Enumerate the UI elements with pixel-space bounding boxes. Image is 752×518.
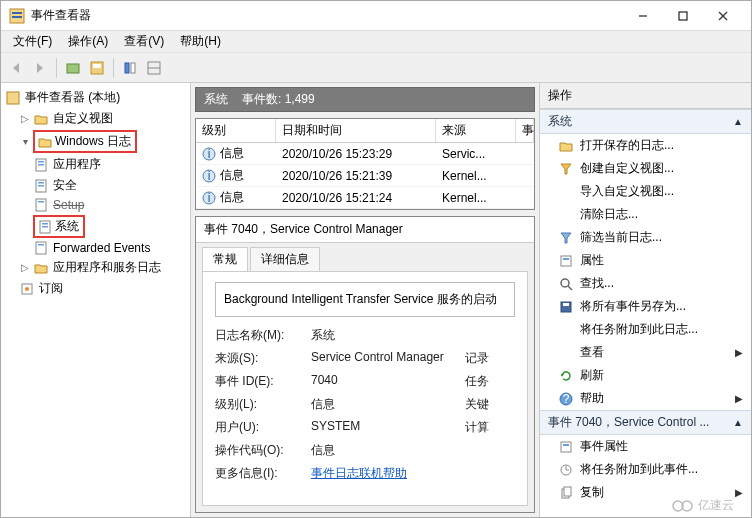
svg-rect-16 bbox=[7, 92, 19, 104]
svg-rect-41 bbox=[563, 258, 569, 260]
col-eventid[interactable]: 事 bbox=[516, 119, 534, 142]
copy-icon bbox=[558, 485, 574, 501]
menu-bar: 文件(F) 操作(A) 查看(V) 帮助(H) bbox=[1, 31, 751, 53]
svg-marker-7 bbox=[13, 63, 19, 73]
collapse-icon[interactable]: ▾ bbox=[19, 136, 31, 148]
log-icon bbox=[33, 157, 49, 173]
svg-rect-50 bbox=[563, 444, 569, 446]
toolbar-icon[interactable] bbox=[86, 57, 108, 79]
filter-icon bbox=[558, 230, 574, 246]
level-label: 级别(L): bbox=[215, 396, 305, 413]
action-open-saved-log[interactable]: 打开保存的日志... bbox=[540, 134, 751, 157]
events-grid[interactable]: 级别 日期和时间 来源 事 i信息 2020/10/26 15:23:29 Se… bbox=[195, 118, 535, 210]
save-icon bbox=[558, 299, 574, 315]
actions-panel: 操作 系统 ▲ 打开保存的日志... 创建自定义视图... 导入自定义视图...… bbox=[539, 83, 751, 517]
tree-app-service-logs[interactable]: ▷ 应用程序和服务日志 bbox=[17, 257, 188, 278]
svg-point-42 bbox=[561, 279, 569, 287]
action-save-all-events[interactable]: 将所有事件另存为... bbox=[540, 295, 751, 318]
tree-setup-log[interactable]: Setup bbox=[31, 196, 188, 214]
event-message: Background Intelligent Transfer Service … bbox=[215, 282, 515, 317]
col-level[interactable]: 级别 bbox=[196, 119, 276, 142]
svg-rect-22 bbox=[38, 185, 44, 187]
svg-rect-45 bbox=[563, 303, 569, 306]
action-import-custom-view[interactable]: 导入自定义视图... bbox=[540, 180, 751, 203]
svg-text:i: i bbox=[208, 169, 211, 183]
svg-rect-2 bbox=[12, 16, 22, 18]
separator bbox=[113, 58, 114, 78]
svg-point-31 bbox=[25, 287, 29, 291]
moreinfo-label: 更多信息(I): bbox=[215, 465, 305, 482]
online-help-link[interactable]: 事件日志联机帮助 bbox=[311, 466, 407, 480]
col-source[interactable]: 来源 bbox=[436, 119, 516, 142]
expand-icon[interactable]: ▷ bbox=[19, 113, 31, 125]
tree-subscriptions[interactable]: 订阅 bbox=[17, 278, 188, 299]
tree-root-label: 事件查看器 (本地) bbox=[23, 88, 122, 107]
menu-file[interactable]: 文件(F) bbox=[5, 31, 60, 52]
detail-title: 事件 7040，Service Control Manager bbox=[196, 217, 534, 243]
grid-header[interactable]: 级别 日期和时间 来源 事 bbox=[196, 119, 534, 143]
tree-app-log[interactable]: 应用程序 bbox=[31, 154, 188, 175]
search-icon bbox=[558, 276, 574, 292]
expand-icon[interactable]: ▷ bbox=[19, 262, 31, 274]
action-attach-task-log[interactable]: 将任务附加到此日志... bbox=[540, 318, 751, 341]
maximize-button[interactable] bbox=[663, 2, 703, 30]
tree-custom-views[interactable]: ▷ 自定义视图 bbox=[17, 108, 188, 129]
tab-general[interactable]: 常规 bbox=[202, 247, 248, 271]
action-view[interactable]: 查看▶ bbox=[540, 341, 751, 364]
log-icon bbox=[33, 240, 49, 256]
menu-help[interactable]: 帮助(H) bbox=[172, 31, 229, 52]
close-button[interactable] bbox=[703, 2, 743, 30]
tree-forwarded-log[interactable]: Forwarded Events bbox=[31, 239, 188, 257]
window-title: 事件查看器 bbox=[31, 7, 623, 24]
action-create-custom-view[interactable]: 创建自定义视图... bbox=[540, 157, 751, 180]
action-attach-task-event[interactable]: 将任务附加到此事件... bbox=[540, 458, 751, 481]
actions-section-system[interactable]: 系统 ▲ bbox=[540, 109, 751, 134]
svg-text:i: i bbox=[208, 147, 211, 161]
svg-rect-40 bbox=[561, 256, 571, 266]
tree-windows-logs[interactable]: ▾ Windows 日志 bbox=[17, 129, 188, 154]
action-properties[interactable]: 属性 bbox=[540, 249, 751, 272]
action-find[interactable]: 查找... bbox=[540, 272, 751, 295]
tab-details[interactable]: 详细信息 bbox=[250, 247, 320, 271]
action-copy[interactable]: 复制▶ bbox=[540, 481, 751, 504]
menu-action[interactable]: 操作(A) bbox=[60, 31, 116, 52]
events-panel-header: 系统 事件数: 1,499 bbox=[195, 87, 535, 112]
grid-row[interactable]: i信息 2020/10/26 15:21:24 Kernel... bbox=[196, 187, 534, 209]
svg-marker-39 bbox=[561, 233, 571, 243]
info-icon: i bbox=[202, 191, 216, 205]
toolbar-icon[interactable] bbox=[143, 57, 165, 79]
opcode-value: 信息 bbox=[311, 442, 459, 459]
action-event-properties[interactable]: 事件属性 bbox=[540, 435, 751, 458]
menu-view[interactable]: 查看(V) bbox=[116, 31, 172, 52]
tree-root[interactable]: 事件查看器 (本地) bbox=[3, 87, 188, 108]
svg-rect-9 bbox=[67, 64, 79, 73]
toolbar-icon[interactable] bbox=[119, 57, 141, 79]
action-help[interactable]: ?帮助▶ bbox=[540, 387, 751, 410]
main-area: 事件查看器 (本地) ▷ 自定义视图 ▾ bbox=[1, 83, 751, 517]
folder-icon bbox=[33, 260, 49, 276]
action-clear-log[interactable]: 清除日志... bbox=[540, 203, 751, 226]
svg-text:?: ? bbox=[563, 392, 570, 406]
filter-icon bbox=[558, 161, 574, 177]
grid-row[interactable]: i信息 2020/10/26 15:21:39 Kernel... bbox=[196, 165, 534, 187]
action-refresh[interactable]: 刷新 bbox=[540, 364, 751, 387]
level-value: 信息 bbox=[311, 396, 459, 413]
tree-security-log[interactable]: 安全 bbox=[31, 175, 188, 196]
toolbar-icon[interactable] bbox=[62, 57, 84, 79]
chevron-up-icon: ▲ bbox=[733, 417, 743, 428]
tree-system-log[interactable]: 系统 bbox=[31, 214, 188, 239]
actions-section-event[interactable]: 事件 7040，Service Control ... ▲ bbox=[540, 410, 751, 435]
forward-button[interactable] bbox=[29, 57, 51, 79]
back-button[interactable] bbox=[5, 57, 27, 79]
log-icon bbox=[33, 178, 49, 194]
chevron-up-icon: ▲ bbox=[733, 116, 743, 127]
svg-rect-18 bbox=[38, 161, 44, 163]
opcode-label: 操作代码(O): bbox=[215, 442, 305, 459]
action-filter-current-log[interactable]: 筛选当前日志... bbox=[540, 226, 751, 249]
events-log-name: 系统 bbox=[204, 91, 228, 108]
chevron-right-icon: ▶ bbox=[735, 393, 743, 404]
title-bar: 事件查看器 bbox=[1, 1, 751, 31]
grid-row[interactable]: i信息 2020/10/26 15:23:29 Servic... bbox=[196, 143, 534, 165]
minimize-button[interactable] bbox=[623, 2, 663, 30]
col-datetime[interactable]: 日期和时间 bbox=[276, 119, 436, 142]
